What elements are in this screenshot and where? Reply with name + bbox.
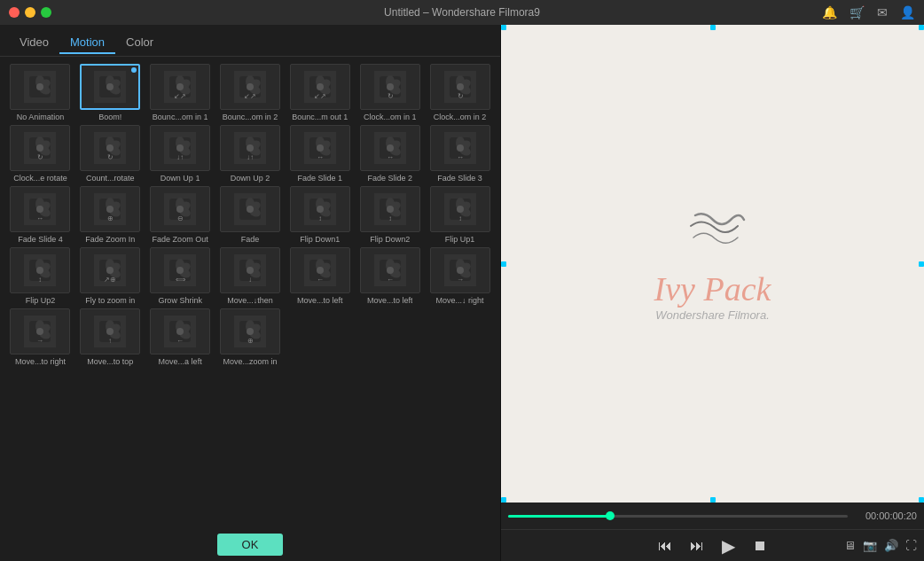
motion-item-30[interactable]: ← Move...a left	[147, 308, 214, 366]
motion-item-27[interactable]: → Move...↓ right	[427, 247, 493, 305]
motion-item-25[interactable]: ← Move...to left	[286, 247, 353, 305]
scrub-thumb[interactable]	[606, 511, 615, 520]
motion-item-5[interactable]: ↻ Clock...om in 1	[356, 64, 423, 121]
handle-bottom-mid[interactable]	[710, 497, 716, 503]
motion-item-10[interactable]: ↓↑ Down Up 2	[217, 125, 284, 183]
svg-point-20	[247, 83, 254, 90]
volume-icon[interactable]: 🔊	[884, 539, 898, 552]
ok-area: OK	[0, 528, 500, 561]
svg-text:↓↑: ↓↑	[247, 153, 254, 161]
svg-text:↙↗: ↙↗	[244, 92, 256, 100]
motion-thumb-inner-20: ↕	[444, 193, 476, 225]
svg-text:↻: ↻	[37, 153, 43, 161]
motion-label-23: Grow Shrink	[158, 296, 202, 305]
motion-item-26[interactable]: ← Move...to left	[356, 247, 423, 305]
handle-mid-left[interactable]	[501, 261, 506, 267]
motion-item-22[interactable]: ↗⊕ Fly to zoom in	[77, 247, 144, 305]
motion-item-8[interactable]: ↻ Count...rotate	[77, 125, 144, 183]
motion-item-24[interactable]: ↓ Move...↓then	[217, 247, 284, 305]
tab-video[interactable]: Video	[9, 32, 59, 54]
motion-thumb-19: ↕	[360, 186, 420, 232]
tab-motion[interactable]: Motion	[59, 32, 115, 54]
motion-item-6[interactable]: ↻ Clock...om in 2	[427, 64, 493, 121]
motion-item-0[interactable]: No Animation	[7, 64, 74, 121]
svg-text:↗⊕: ↗⊕	[104, 276, 116, 284]
motion-label-31: Move...zoom in	[223, 357, 277, 366]
motion-item-2[interactable]: ↙↗ Bounc...om in 1	[147, 64, 214, 121]
motion-item-20[interactable]: ↕ Flip Up1	[427, 186, 493, 244]
motion-label-27: Move...↓ right	[436, 296, 484, 305]
svg-text:⊕: ⊕	[247, 337, 253, 345]
motion-item-23[interactable]: ⟺ Grow Shrink	[147, 247, 214, 305]
handle-bottom-left[interactable]	[501, 497, 506, 503]
scrub-track[interactable]	[508, 515, 848, 518]
user-icon[interactable]: 👤	[900, 5, 915, 19]
motion-item-15[interactable]: ⊕ Fade Zoom In	[77, 186, 144, 244]
svg-point-44	[36, 144, 43, 152]
handle-top-right[interactable]	[919, 25, 924, 30]
close-button[interactable]	[9, 7, 20, 18]
play-button[interactable]: ▶	[720, 534, 737, 558]
motion-thumb-inner-4: ↙↗	[304, 71, 336, 103]
motion-item-21[interactable]: ↕ Flip Up2	[7, 247, 74, 305]
stop-button[interactable]: ⏹	[751, 536, 769, 556]
svg-point-104	[247, 206, 254, 213]
motion-item-11[interactable]: ↔ Fade Slide 1	[286, 125, 353, 183]
motion-item-18[interactable]: ↕ Flip Down1	[286, 186, 353, 244]
screenshot-icon[interactable]: 📷	[863, 539, 877, 552]
motion-item-16[interactable]: ⊖ Fade Zoom Out	[147, 186, 214, 244]
motion-item-29[interactable]: ↑ Move...to top	[77, 308, 144, 366]
prev-frame-button[interactable]: ⏭	[688, 536, 706, 556]
svg-point-38	[457, 83, 464, 90]
motion-item-3[interactable]: ↙↗ Bounc...om in 2	[217, 64, 284, 121]
handle-bottom-right[interactable]	[919, 497, 924, 503]
rewind-button[interactable]: ⏮	[656, 536, 674, 556]
motion-item-13[interactable]: ↔ Fade Slide 3	[427, 125, 493, 183]
motion-thumb-inner-26: ←	[374, 254, 406, 286]
svg-text:↻: ↻	[457, 92, 463, 100]
motion-label-20: Flip Up1	[445, 235, 475, 244]
motion-item-7[interactable]: ↻ Clock...e rotate	[7, 125, 74, 183]
motion-label-28: Move...to right	[15, 357, 66, 366]
main-area: Video Motion Color No Animation Boom!	[0, 25, 924, 561]
motion-label-15: Fade Zoom In	[85, 235, 135, 244]
motion-item-14[interactable]: ↔ Fade Slide 4	[7, 186, 74, 244]
preview-scrubber[interactable]: 00:00:00:20	[501, 503, 924, 529]
svg-text:↕: ↕	[318, 214, 322, 222]
motion-label-22: Fly to zoom in	[85, 296, 135, 305]
handle-top-mid[interactable]	[710, 25, 716, 30]
maximize-button[interactable]	[41, 7, 51, 18]
minimize-button[interactable]	[25, 7, 35, 18]
cart-icon[interactable]: 🛒	[850, 5, 865, 19]
motion-thumb-inner-19: ↕	[374, 193, 406, 225]
handle-top-left[interactable]	[501, 25, 506, 30]
motion-item-1[interactable]: Boom!	[77, 64, 144, 121]
message-icon[interactable]: ✉	[877, 5, 888, 19]
right-panel: Ivy Pack Wondershare Filmora. 00:00:00:2…	[501, 25, 924, 561]
motion-item-31[interactable]: ⊕ Move...zoom in	[217, 308, 284, 366]
motion-item-17[interactable]: Fade	[217, 186, 284, 244]
bell-icon[interactable]: 🔔	[822, 5, 837, 19]
tab-color[interactable]: Color	[115, 32, 164, 54]
motion-label-4: Bounc...m out 1	[292, 113, 348, 121]
svg-text:↕: ↕	[38, 276, 42, 284]
playback-controls: ⏮ ⏭ ▶ ⏹ 🖥 📷 🔊 ⛶	[501, 529, 924, 561]
handle-mid-right[interactable]	[919, 261, 924, 267]
motion-item-12[interactable]: ↔ Fade Slide 2	[356, 125, 423, 183]
motion-item-19[interactable]: ↕ Flip Down2	[356, 186, 423, 244]
motion-item-28[interactable]: → Move...to right	[7, 308, 74, 366]
motion-item-4[interactable]: ↙↗ Bounc...m out 1	[286, 64, 353, 121]
monitor-icon[interactable]: 🖥	[844, 539, 856, 552]
motion-thumb-inner-13: ↔	[444, 132, 476, 164]
motion-thumb-inner-7: ↻	[24, 132, 56, 164]
motion-label-19: Flip Down2	[370, 235, 410, 244]
tab-bar: Video Motion Color	[0, 25, 500, 57]
motion-item-9[interactable]: ↓↑ Down Up 1	[147, 125, 214, 183]
fullscreen-icon[interactable]: ⛶	[905, 539, 917, 552]
traffic-lights	[9, 7, 51, 18]
svg-point-62	[247, 144, 254, 152]
ok-button[interactable]: OK	[217, 534, 284, 556]
svg-point-98	[176, 206, 184, 213]
brand-name: Ivy Pack	[654, 269, 771, 308]
motion-thumb-inner-9: ↓↑	[164, 132, 196, 164]
